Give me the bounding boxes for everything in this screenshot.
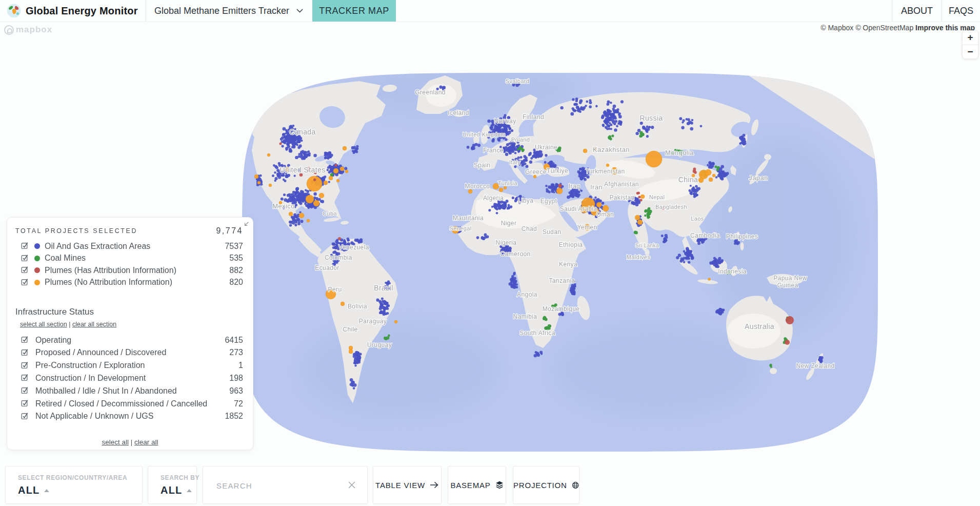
basemap-label: BASEMAP: [450, 481, 490, 490]
legend-status-row: Retired / Closed / Decommissioned / Canc…: [7, 398, 253, 410]
zoom-in-button[interactable]: +: [963, 31, 978, 45]
svg-text:South Africa: South Africa: [519, 329, 555, 337]
tab-tracker-map[interactable]: TRACKER MAP: [312, 0, 396, 22]
mapbox-logo-icon: [4, 25, 14, 35]
table-view-button[interactable]: TABLE VIEW: [373, 466, 442, 504]
svg-text:Venezuela: Venezuela: [338, 244, 369, 251]
svg-text:Papua New: Papua New: [773, 275, 807, 282]
svg-text:Kazakhstan: Kazakhstan: [593, 146, 630, 153]
top-navbar: Global Energy Monitor Global Methane Emi…: [0, 0, 980, 22]
svg-text:Senegal: Senegal: [449, 225, 471, 231]
checkbox-checked-icon[interactable]: [21, 242, 29, 249]
region-select[interactable]: SELECT REGION/COUNTRY/AREA ALL: [5, 466, 143, 504]
category-color-dot: [34, 280, 40, 285]
svg-text:Cameroon: Cameroon: [500, 250, 530, 258]
svg-text:Poland: Poland: [511, 137, 530, 143]
svg-text:Namibia: Namibia: [513, 313, 537, 320]
clear-all-link[interactable]: clear all: [134, 438, 158, 446]
svg-text:Tunisia: Tunisia: [498, 180, 517, 186]
status-count: 1: [238, 361, 243, 370]
category-count: 7537: [225, 242, 243, 251]
clear-search-icon[interactable]: [348, 481, 356, 491]
select-all-section-link[interactable]: select all section: [20, 321, 67, 328]
projection-button[interactable]: PROJECTION: [513, 466, 579, 504]
svg-text:Svalbard: Svalbard: [506, 78, 530, 84]
svg-text:Ukraine: Ukraine: [535, 144, 557, 151]
legend-status-row: Pre-Construction / Exploration1: [7, 360, 253, 372]
svg-text:Kenya: Kenya: [559, 261, 577, 268]
checkbox-checked-icon[interactable]: [21, 278, 29, 286]
checkbox-checked-icon[interactable]: [21, 386, 29, 394]
gem-logo-icon: [7, 4, 21, 18]
category-color-dot: [34, 267, 40, 273]
svg-text:China: China: [678, 176, 698, 184]
svg-text:Indonesia: Indonesia: [718, 268, 747, 275]
legend-category-row: Oil And Gas Extraction Areas7537: [7, 240, 253, 252]
svg-text:Peru: Peru: [328, 286, 342, 293]
layers-icon: [495, 481, 504, 489]
about-link[interactable]: ABOUT: [892, 0, 942, 22]
svg-text:Turkmenistan: Turkmenistan: [585, 168, 625, 175]
status-label: Pre-Construction / Exploration: [35, 361, 145, 370]
svg-text:Angola: Angola: [517, 291, 537, 298]
svg-text:Iran: Iran: [590, 183, 603, 191]
svg-text:Mexico: Mexico: [272, 202, 295, 210]
faqs-link[interactable]: FAQS: [942, 0, 980, 22]
search-box: [203, 466, 368, 504]
collapse-panel-icon[interactable]: [243, 220, 249, 229]
svg-text:Uruguay: Uruguay: [367, 341, 392, 348]
svg-text:Paraguay: Paraguay: [359, 318, 387, 325]
checkbox-checked-icon[interactable]: [21, 336, 29, 343]
select-all-link[interactable]: select all: [102, 438, 129, 446]
svg-text:Canada: Canada: [289, 128, 315, 136]
checkbox-checked-icon[interactable]: [21, 348, 29, 356]
search-by-select[interactable]: SEARCH BY ALL: [148, 466, 197, 504]
category-label: Plumes (Has Attribution Information): [45, 266, 176, 275]
clear-all-section-link[interactable]: clear all section: [72, 321, 116, 328]
checkbox-checked-icon[interactable]: [21, 266, 29, 274]
svg-text:Oman: Oman: [596, 211, 614, 218]
svg-text:Sri Lanka: Sri Lanka: [635, 243, 659, 248]
checkbox-checked-icon[interactable]: [21, 254, 29, 262]
checkbox-checked-icon[interactable]: [21, 361, 29, 369]
section-links: select all section | clear all section: [20, 321, 116, 328]
tracker-dropdown[interactable]: Global Methane Emitters Tracker: [146, 0, 312, 22]
checkbox-checked-icon[interactable]: [21, 412, 29, 420]
legend-status-row: Not Applicable / Unknown / UGS1852: [7, 411, 253, 422]
checkbox-checked-icon[interactable]: [21, 399, 29, 407]
legend-category-row: Plumes (Has Attribution Information)882: [7, 264, 253, 276]
osm-attribution-link[interactable]: © OpenStreetMap: [855, 24, 913, 32]
status-label: Construction / In Development: [35, 374, 146, 383]
svg-text:Australia: Australia: [745, 322, 774, 330]
brand[interactable]: Global Energy Monitor: [0, 0, 146, 22]
status-count: 72: [234, 399, 243, 408]
search-input[interactable]: [215, 466, 346, 504]
status-count: 963: [229, 386, 243, 396]
mapbox-logo-text: mapbox: [16, 25, 52, 35]
basemap-button[interactable]: BASEMAP: [448, 466, 506, 504]
status-label: Retired / Closed / Decommissioned / Canc…: [35, 399, 207, 408]
links-separator: |: [69, 321, 72, 328]
legend-status-row: Mothballed / Idle / Shut In / Abandoned9…: [7, 385, 253, 397]
svg-text:Niger: Niger: [501, 220, 517, 227]
svg-text:Brazil: Brazil: [374, 284, 393, 292]
legend-status-row: Construction / In Development198: [7, 372, 253, 384]
svg-text:Bolivia: Bolivia: [348, 303, 367, 310]
status-label: Not Applicable / Unknown / UGS: [35, 412, 153, 421]
status-label: Mothballed / Idle / Shut In / Abandoned: [35, 386, 177, 396]
status-label: Operating: [35, 336, 71, 345]
search-by-label: SEARCH BY: [161, 474, 199, 481]
mapbox-watermark[interactable]: mapbox: [4, 25, 52, 35]
svg-text:Türkiye: Türkiye: [547, 167, 568, 174]
status-count: 6415: [225, 336, 243, 345]
svg-text:Spain: Spain: [474, 162, 491, 169]
mapbox-attribution-link[interactable]: © Mapbox: [821, 24, 853, 32]
svg-text:Ethiopia: Ethiopia: [559, 241, 583, 248]
category-label: Plumes (No Attribution Information): [45, 278, 172, 287]
infrastructure-status-heading: Infrastructure Status: [15, 307, 94, 317]
svg-text:Ecuador: Ecuador: [315, 264, 339, 271]
category-label: Coal Mines: [45, 254, 86, 263]
checkbox-checked-icon[interactable]: [21, 374, 29, 381]
svg-text:Nepal: Nepal: [649, 194, 665, 200]
zoom-out-button[interactable]: −: [963, 45, 978, 59]
